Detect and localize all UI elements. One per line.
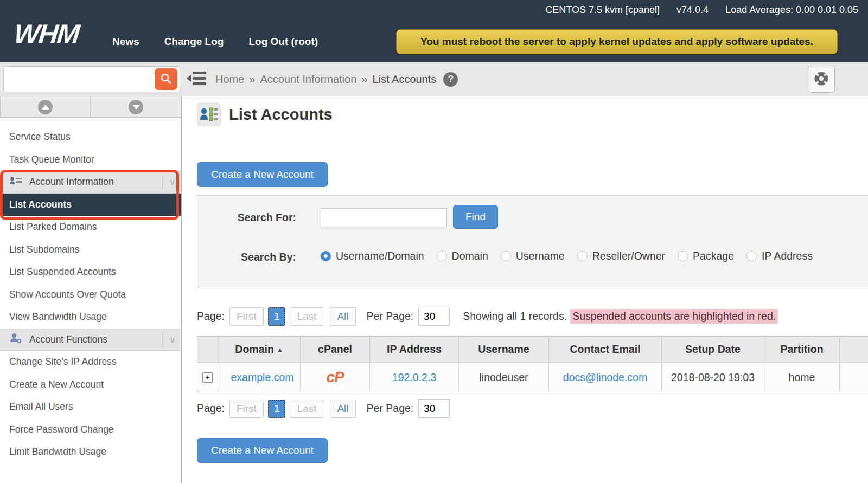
header-domain[interactable]: Domain▲ xyxy=(218,337,301,363)
sidebar-item-label: Limit Bandwidth Usage xyxy=(9,446,106,458)
radio-label: Package xyxy=(693,250,734,262)
radio-label: IP Address xyxy=(762,250,813,262)
expand-row-button[interactable]: + xyxy=(202,372,213,383)
search-by-row: Search By: Username/Domain Domain Userna… xyxy=(197,250,868,266)
help-icon[interactable]: ? xyxy=(443,72,458,87)
page-last-button[interactable]: Last xyxy=(290,400,323,418)
page-current-button[interactable]: 1 xyxy=(268,307,286,326)
top-nav: News Change Log Log Out (root) xyxy=(112,36,318,48)
sidebar-item-label: List Suspended Accounts xyxy=(9,266,116,278)
per-page-input[interactable] xyxy=(418,399,450,418)
breadcrumb-home[interactable]: Home xyxy=(215,73,244,86)
chevron-down-icon[interactable]: ∨ xyxy=(169,334,176,345)
create-new-account-button-bottom[interactable]: Create a New Account xyxy=(197,438,328,463)
per-page-input[interactable] xyxy=(418,307,450,326)
id-card-icon xyxy=(9,176,22,188)
header-username[interactable]: Username xyxy=(459,337,549,363)
page-first-button[interactable]: First xyxy=(229,400,264,418)
page-title-row: List Accounts xyxy=(197,102,333,126)
radio-username[interactable]: Username xyxy=(501,250,565,262)
sidebar-item-email-all-users[interactable]: Email All Users xyxy=(0,396,181,418)
sidebar-item-label: View Bandwidth Usage xyxy=(9,311,107,323)
page-current-button[interactable]: 1 xyxy=(268,400,286,418)
breadcrumb-separator: » xyxy=(361,73,367,86)
search-icon xyxy=(160,73,172,86)
whm-version: v74.0.4 xyxy=(676,4,709,15)
create-new-account-button-top[interactable]: Create a New Account xyxy=(197,162,328,187)
breadcrumb: Home » Account Information » List Accoun… xyxy=(215,62,458,96)
pagination-bottom: Page: First 1 Last All Per Page: xyxy=(197,399,450,418)
page-label: Page: xyxy=(197,402,225,415)
sidebar-item-show-accounts-over-quota[interactable]: Show Accounts Over Quota xyxy=(0,284,181,306)
radio-ip-address[interactable]: IP Address xyxy=(746,250,813,262)
sidebar-scroll-up-button[interactable] xyxy=(0,96,91,118)
search-for-row: Search For: Find xyxy=(197,205,868,230)
top-bar: CENTOS 7.5 kvm [cpanel] v74.0.4 Load Ave… xyxy=(0,0,868,62)
sidebar-item-list-subdomains[interactable]: List Subdomains xyxy=(0,239,181,261)
header-contact-email[interactable]: Contact Email xyxy=(549,337,662,363)
header-setup-date[interactable]: Setup Date xyxy=(662,337,764,363)
sidebar-section-account-information[interactable]: Account Information ∨ xyxy=(0,171,181,194)
sidebar-item-service-status[interactable]: Service Status xyxy=(0,126,181,149)
radio-package[interactable]: Package xyxy=(678,250,734,262)
ip-address-link[interactable]: 192.0.2.3 xyxy=(392,371,436,383)
radio-reseller-owner[interactable]: Reseller/Owner xyxy=(577,250,665,262)
section-collapse-control: ∨ xyxy=(162,332,176,346)
sidebar-section-account-functions[interactable]: Account Functions ∨ xyxy=(0,329,181,351)
page-all-button[interactable]: All xyxy=(330,400,355,418)
support-button[interactable] xyxy=(808,66,835,93)
sidebar-item-list-accounts[interactable]: List Accounts xyxy=(0,194,181,216)
sidebar-item-change-sites-ip-address[interactable]: Change Site’s IP Address xyxy=(0,351,181,373)
header-ip-address[interactable]: IP Address xyxy=(370,337,459,363)
sidebar-item-force-password-change[interactable]: Force Password Change xyxy=(0,418,181,441)
header-cut xyxy=(840,337,868,363)
sidebar-item-list-suspended-accounts[interactable]: List Suspended Accounts xyxy=(0,261,181,284)
search-for-input[interactable] xyxy=(321,208,447,227)
reboot-alert-banner[interactable]: You must reboot the server to apply kern… xyxy=(396,29,838,54)
radio-username-domain[interactable]: Username/Domain xyxy=(321,250,424,262)
domain-cell: example.com xyxy=(218,363,301,392)
sidebar-item-label: Change Site’s IP Address xyxy=(9,356,117,368)
radio-icon[interactable] xyxy=(678,251,688,261)
quick-search-input[interactable] xyxy=(8,69,155,89)
breadcrumb-account-information[interactable]: Account Information xyxy=(260,73,356,86)
email-cell: docs@linode.com xyxy=(549,363,662,392)
header-partition[interactable]: Partition xyxy=(764,337,840,363)
page-first-button[interactable]: First xyxy=(229,307,264,326)
domain-link[interactable]: example.com xyxy=(231,371,294,383)
sidebar-item-limit-bandwidth-usage[interactable]: Limit Bandwidth Usage xyxy=(0,441,181,463)
nav-news[interactable]: News xyxy=(112,36,139,48)
nav-change-log[interactable]: Change Log xyxy=(164,36,224,48)
page-all-button[interactable]: All xyxy=(330,307,355,326)
collapse-sidebar-icon[interactable] xyxy=(186,71,208,87)
cpanel-logo-icon[interactable]: cP xyxy=(326,369,343,385)
sidebar-item-create-a-new-account[interactable]: Create a New Account xyxy=(0,373,181,396)
chevron-down-icon[interactable]: ∨ xyxy=(169,176,176,188)
table-header-row: Domain▲ cPanel IP Address Username Conta… xyxy=(197,337,868,363)
find-button[interactable]: Find xyxy=(453,205,498,229)
radio-icon[interactable] xyxy=(577,251,588,261)
radio-icon[interactable] xyxy=(501,251,511,261)
page-last-button[interactable]: Last xyxy=(290,307,323,326)
header-cpanel[interactable]: cPanel xyxy=(301,337,370,363)
whm-logo[interactable]: WHM xyxy=(12,18,80,50)
search-button[interactable] xyxy=(155,68,177,90)
sidebar-item-view-bandwidth-usage[interactable]: View Bandwidth Usage xyxy=(0,306,181,329)
arrow-down-icon xyxy=(129,100,143,114)
radio-label: Username/Domain xyxy=(336,250,424,262)
radio-icon[interactable] xyxy=(746,251,757,261)
sidebar-item-label: List Subdomains xyxy=(9,244,79,255)
radio-domain[interactable]: Domain xyxy=(437,250,488,262)
sidebar-item-label: Email All Users xyxy=(9,401,73,413)
radio-selected-icon[interactable] xyxy=(321,251,331,261)
contact-email-link[interactable]: docs@linode.com xyxy=(563,371,647,383)
sidebar-scroll-down-button[interactable] xyxy=(91,96,181,118)
nav-log-out[interactable]: Log Out (root) xyxy=(248,36,318,48)
sidebar-item-list-parked-domains[interactable]: List Parked Domains xyxy=(0,216,181,239)
cut-cell xyxy=(840,363,868,392)
sidebar-item-task-queue-monitor[interactable]: Task Queue Monitor xyxy=(0,149,181,171)
per-page-label: Per Page: xyxy=(367,310,414,323)
radio-icon[interactable] xyxy=(437,251,447,261)
lifesaver-icon xyxy=(813,70,829,88)
sidebar-section-label: Account Functions xyxy=(29,334,162,345)
